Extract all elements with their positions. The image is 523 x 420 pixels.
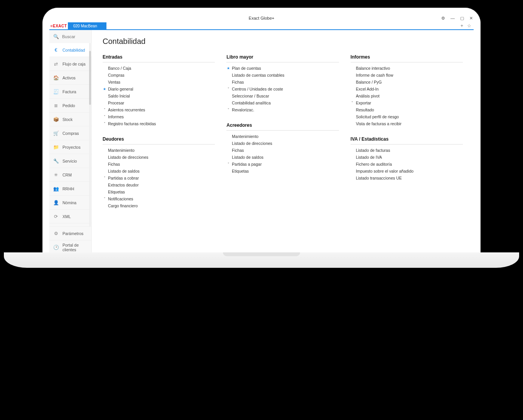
sidebar-item-servicio[interactable]: 🔧Servicio [49, 154, 91, 168]
link-label: Impuesto sobre el valor añadido [356, 169, 413, 173]
link-fichero-de-auditoría[interactable]: Fichero de auditoría [351, 161, 463, 168]
link-impuesto-sobre-el-valor-añadido[interactable]: Impuesto sobre el valor añadido [351, 168, 463, 175]
sidebar-item-compras[interactable]: 🛒Compras [49, 126, 91, 140]
link-label: Procesar [108, 101, 124, 105]
link-ventas[interactable]: Ventas [103, 79, 215, 86]
link-etiquetas[interactable]: Etiquetas [226, 168, 339, 175]
link-label: Listado de saldos [232, 155, 263, 160]
link-listado-de-facturas[interactable]: Listado de facturas [351, 147, 463, 154]
link-excel-add-in[interactable]: Excel Add-In [351, 86, 463, 92]
link-fichas[interactable]: Fichas [226, 147, 339, 154]
link-partidas-a-cobrar[interactable]: ˅Partidas a cobrar [103, 175, 215, 181]
link-balance-pyg[interactable]: Balance / PyG [351, 79, 463, 86]
sidebar-item-nómina[interactable]: 👤Nómina [49, 196, 91, 210]
link-label: Mantenimiento [108, 148, 135, 153]
link-notificaciones[interactable]: ˅Notificaciones [103, 195, 215, 202]
link-partidas-a-pagar[interactable]: ˅Partidas a pagar [226, 161, 339, 168]
chevron-down-icon: ˅ [103, 197, 106, 201]
chevron-down-icon: ˅ [103, 122, 106, 126]
link-compras[interactable]: Compras [103, 72, 215, 79]
sidebar-item-label: XML [62, 214, 71, 219]
link-label: Listado de saldos [108, 169, 140, 173]
link-mantenimiento[interactable]: Mantenimiento [103, 147, 215, 154]
settings-icon[interactable]: ⚙ [441, 16, 445, 21]
minimize-button[interactable]: — [450, 16, 455, 20]
sidebar-item-crm[interactable]: ✳CRM [49, 168, 91, 182]
link-informes[interactable]: ˅Informes [103, 113, 215, 120]
link-vista-de-facturas-a-recibir[interactable]: Vista de facturas a recibir [351, 120, 463, 127]
sidebar-item-stock[interactable]: 📦Stock [49, 113, 91, 126]
link-listado-transacciones-ue[interactable]: Listado transacciones UE [351, 175, 463, 181]
nav-icon: 🛒 [53, 131, 59, 136]
close-button[interactable]: ✕ [469, 16, 473, 21]
tab-active[interactable]: 020 MacBean [68, 22, 106, 29]
link-diario-general[interactable]: ★Diario general [103, 86, 215, 92]
section-informes: InformesBalance interactivoInforme de ca… [351, 54, 463, 127]
link-label: Asientos recurrentes [108, 108, 145, 112]
sidebar-item-label: Stock [62, 117, 73, 122]
sidebar-scrollbar[interactable] [89, 43, 91, 226]
link-banco-caja[interactable]: Banco / Caja [103, 65, 215, 72]
link-label: Solicitud perfil de riesgo [356, 114, 399, 119]
sidebar-item-label: Flujo de caja [62, 62, 86, 66]
link-solicitud-perfil-de-riesgo[interactable]: Solicitud perfil de riesgo [351, 113, 463, 120]
link-extractos-deudor[interactable]: Extractos deudor [103, 181, 215, 188]
link-label: Listado transacciones UE [356, 176, 402, 180]
link-informe-de-cash-flow[interactable]: Informe de cash flow [351, 72, 463, 79]
link-contabilidad-analítica[interactable]: Contabilidad analítica [226, 99, 339, 106]
link-label: Listado de direcciones [108, 155, 148, 160]
link-registro-facturas-recibidas[interactable]: ˅Registro facturas recibidas [103, 120, 215, 127]
link-procesar[interactable]: Procesar [103, 99, 215, 106]
favorite-button[interactable]: ☆ [467, 23, 471, 29]
link-mantenimiento[interactable]: Mantenimiento [226, 133, 339, 140]
link-listado-de-saldos[interactable]: Listado de saldos [226, 154, 339, 161]
maximize-button[interactable]: ▢ [460, 16, 464, 21]
link-centros-unidades-de-coste[interactable]: ˅Centros / Unidades de coste [226, 86, 339, 92]
link-label: Ventas [108, 80, 120, 84]
link-label: Balance interactivo [356, 66, 390, 71]
link-label: Etiquetas [232, 169, 249, 173]
sidebar-item-xml[interactable]: ⟳XML [49, 210, 91, 223]
sidebar-item-parámetros[interactable]: ⚙Parámetros [49, 227, 91, 240]
nav-icon: 📦 [53, 117, 59, 122]
link-saldo-inicial[interactable]: Saldo Inicial [103, 92, 215, 99]
link-exportar[interactable]: ˅Exportar [351, 99, 463, 106]
sidebar-item-label: CRM [62, 173, 72, 177]
link-fichas[interactable]: Fichas [103, 161, 215, 168]
link-fichas[interactable]: Fichas [226, 79, 339, 86]
section-deudores: DeudoresMantenimientoListado de direccio… [103, 136, 215, 209]
sidebar-item-flujo-de-caja[interactable]: ⇄Flujo de caja [49, 57, 91, 71]
search-row[interactable]: 🔍 [49, 30, 91, 43]
link-label: Partidas a pagar [232, 162, 262, 166]
link-listado-de-direcciones[interactable]: Listado de direcciones [226, 140, 339, 147]
search-input[interactable] [62, 34, 85, 39]
laptop-base [4, 252, 519, 268]
link-etiquetas[interactable]: Etiquetas [103, 188, 215, 195]
sidebar-item-proyectos[interactable]: 📁Proyectos [49, 140, 91, 154]
star-icon: ★ [103, 87, 106, 91]
sidebar-item-pedido[interactable]: ≣Pedido [49, 99, 91, 113]
sidebar-item-activos[interactable]: 🏠Activos [49, 71, 91, 85]
link-seleccionar-buscar[interactable]: Seleccionar / Buscar [226, 92, 339, 99]
laptop-frame: Exact Globe+ ⚙ — ▢ ✕ ≡EXACT 020 MacBean … [42, 8, 481, 254]
new-tab-button[interactable]: + [461, 23, 463, 29]
brand-logo: ≡EXACT [49, 22, 68, 29]
link-listado-de-iva[interactable]: Listado de IVA [351, 154, 463, 161]
link-cargo-financiero[interactable]: Cargo financiero [103, 202, 215, 209]
link-resultado[interactable]: Resultado [351, 106, 463, 113]
search-icon: 🔍 [53, 34, 59, 39]
sidebar-item-contabilidad[interactable]: €Contabilidad [49, 43, 91, 57]
link-asientos-recurrentes[interactable]: ˅Asientos recurrentes [103, 106, 215, 113]
link-label: Exportar [356, 101, 371, 105]
link-análisis-pivot[interactable]: Análisis pivot [351, 92, 463, 99]
nav-icon: ✳ [53, 172, 59, 178]
link-listado-de-direcciones[interactable]: Listado de direcciones [103, 154, 215, 161]
link-listado-de-cuentas-contables[interactable]: Listado de cuentas contables [226, 72, 339, 79]
sidebar-item-factura[interactable]: 🧾Factura [49, 85, 91, 99]
link-revalorizac-[interactable]: ˅Revalorizac. [226, 106, 339, 113]
link-balance-interactivo[interactable]: Balance interactivo [351, 65, 463, 72]
link-listado-de-saldos[interactable]: Listado de saldos [103, 168, 215, 175]
sidebar-item-rrhh[interactable]: 👥RRHH [49, 182, 91, 196]
section-entradas: EntradasBanco / CajaComprasVentas★Diario… [103, 54, 215, 127]
link-plan-de-cuentas[interactable]: ★Plan de cuentas [226, 65, 339, 72]
